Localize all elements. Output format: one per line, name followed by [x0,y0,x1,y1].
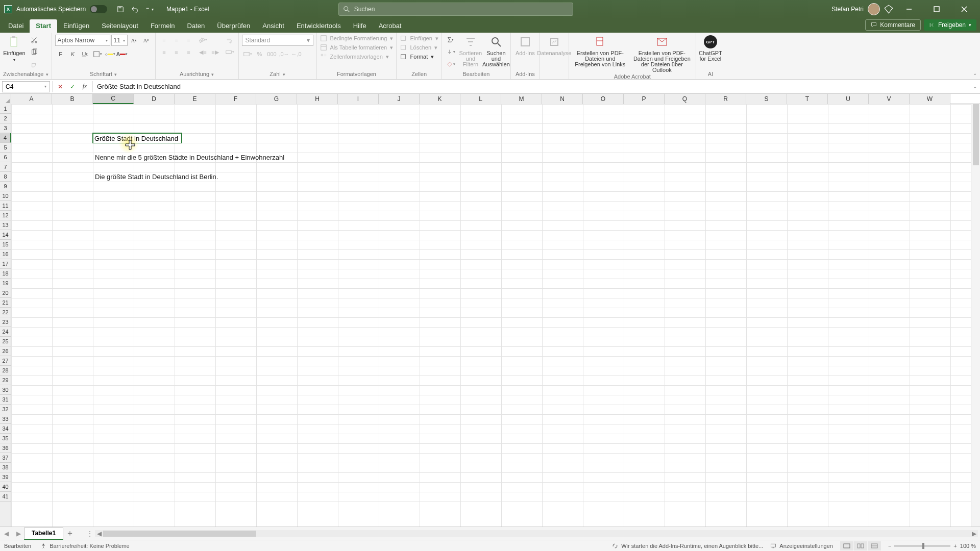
worksheet[interactable]: ABCDEFGHIJKLMNOPQRSTUVW 1234567891011121… [0,94,980,527]
row-header[interactable]: 27 [0,356,11,366]
zoom-out-button[interactable]: − [888,543,891,549]
orientation-button[interactable]: ab▾ [198,35,209,45]
wrap-text-button[interactable] [224,35,235,45]
column-header[interactable]: B [52,94,93,104]
row-header[interactable]: 21 [0,298,11,308]
increase-decimal-button[interactable]: ,0→ [279,49,290,59]
tabstrip-split[interactable]: ⋮ [87,530,93,537]
tab-daten[interactable]: Daten [181,19,211,33]
italic-button[interactable]: K [67,49,79,59]
column-header[interactable]: I [338,94,379,104]
zoom-slider[interactable] [894,545,950,547]
align-bottom-button[interactable]: ≡ [183,35,194,45]
tab-seitenlayout[interactable]: Seitenlayout [95,19,144,33]
accept-edit-button[interactable]: ✓ [67,82,78,92]
row-header[interactable]: 35 [0,434,11,443]
column-header[interactable]: K [420,94,460,104]
font-grow-button[interactable]: A▴ [129,35,140,45]
column-header[interactable]: H [297,94,338,104]
view-page-break-button[interactable] [868,541,881,550]
row-header[interactable]: 5 [0,143,11,153]
tab-entwicklertools[interactable]: Entwicklertools [290,19,347,33]
undo-button[interactable] [129,3,141,15]
indent-increase-button[interactable]: ≡▶ [210,47,221,57]
font-name-select[interactable]: Aptos Narrow▾ [55,35,110,46]
insert-cells-button[interactable]: Einfügen ▾ [400,35,438,42]
search-box[interactable]: Suchen [338,3,573,16]
border-button[interactable]: ▾ [92,49,103,59]
column-header[interactable]: T [787,94,828,104]
row-header[interactable]: 2 [0,114,11,123]
column-header[interactable]: N [542,94,583,104]
row-header[interactable]: 20 [0,288,11,298]
format-painter-button[interactable] [29,59,40,69]
row-header[interactable]: 11 [0,201,11,211]
close-button[interactable] [952,2,976,17]
row-header[interactable]: 29 [0,375,11,385]
autosave-toggle[interactable] [90,5,107,13]
format-as-table-button[interactable]: Als Tabelle formatieren ▾ [320,44,394,51]
tab-ueberpruefen[interactable]: Überprüfen [211,19,256,33]
horizontal-scrollbar[interactable]: ◀ ▶ [95,530,978,537]
align-center-button[interactable]: ≡ [171,47,182,57]
paste-button[interactable]: Einfügen▾ [3,35,26,62]
zoom-in-button[interactable]: + [953,543,957,549]
minimize-button[interactable] [897,2,921,17]
row-header[interactable]: 39 [0,472,11,482]
row-header[interactable]: 16 [0,249,11,259]
create-pdf-link-button[interactable]: Erstellen von PDF-Dateien und Freigeben … [572,35,628,67]
fill-button[interactable]: ▾ [445,47,456,57]
cut-button[interactable] [29,35,40,45]
row-header[interactable]: 19 [0,279,11,288]
display-settings-button[interactable]: Anzeigeeinstellungen [770,543,833,549]
align-middle-button[interactable]: ≡ [171,35,182,45]
row-header[interactable]: 30 [0,385,11,395]
column-header[interactable]: A [11,94,52,104]
row-header[interactable]: 15 [0,240,11,249]
row-header[interactable]: 25 [0,337,11,346]
row-header[interactable]: 7 [0,162,11,172]
autosum-button[interactable]: Σ▾ [445,35,456,45]
row-header[interactable]: 24 [0,327,11,337]
format-cells-button[interactable]: Format ▾ [400,53,438,60]
row-header[interactable]: 13 [0,220,11,230]
select-all-button[interactable] [0,94,11,104]
clear-button[interactable]: ▾ [445,59,456,69]
row-header[interactable]: 31 [0,395,11,405]
avatar[interactable] [868,3,880,15]
font-size-select[interactable]: 11▾ [111,35,128,46]
tab-formeln[interactable]: Formeln [144,19,181,33]
formula-input[interactable]: Größte Stadt in Deutschland [93,83,970,90]
row-header[interactable]: 26 [0,346,11,356]
tab-nav-prev[interactable]: ◀ [0,530,12,537]
tab-einfuegen[interactable]: Einfügen [57,19,95,33]
row-header[interactable]: 28 [0,366,11,375]
tab-start[interactable]: Start [30,19,57,33]
comma-button[interactable]: 000 [266,49,278,59]
redo-button[interactable]: ▾ [143,3,155,15]
cell-editor[interactable] [93,134,181,143]
cancel-edit-button[interactable]: ✕ [55,82,66,92]
align-top-button[interactable]: ≡ [159,35,170,45]
merge-button[interactable]: ▾ [224,47,235,57]
delete-cells-button[interactable]: Löschen ▾ [400,44,438,51]
zoom-level[interactable]: 100 % [960,543,976,549]
row-header[interactable]: 38 [0,463,11,472]
column-header[interactable]: O [583,94,624,104]
view-normal-button[interactable] [840,541,853,550]
row-header[interactable]: 41 [0,492,11,502]
create-pdf-outlook-button[interactable]: Erstellen von PDF-Dateien und Freigeben … [631,35,693,73]
column-header[interactable]: V [869,94,910,104]
decrease-decimal-button[interactable]: ←,0 [291,49,302,59]
sheet-tab[interactable]: Tabelle1 [24,528,63,540]
column-header[interactable]: S [746,94,787,104]
addins-button[interactable]: Add-Ins [514,35,536,56]
align-left-button[interactable]: ≡ [159,47,170,57]
sort-filter-button[interactable]: Sortieren und Filtern [459,35,482,67]
comments-button[interactable]: Kommentare [865,19,921,31]
share-button[interactable]: Freigeben▾ [924,19,976,31]
row-header[interactable]: 34 [0,424,11,434]
column-header[interactable]: Q [665,94,705,104]
tab-nav-next[interactable]: ▶ [12,530,24,537]
row-header[interactable]: 17 [0,259,11,269]
